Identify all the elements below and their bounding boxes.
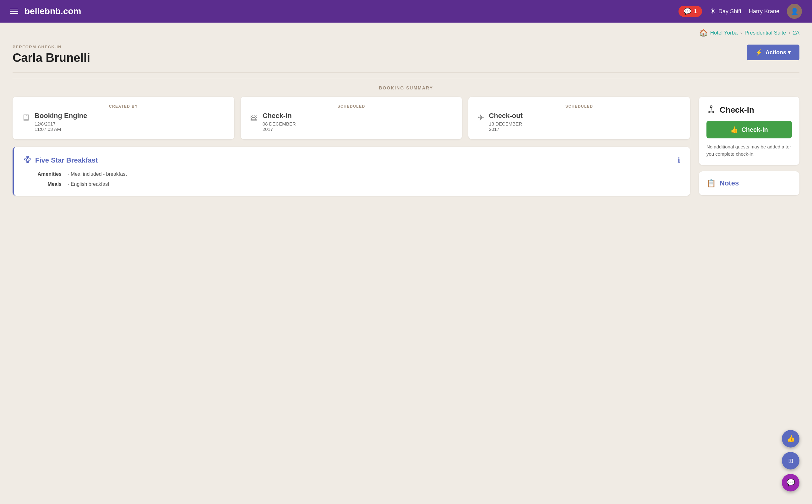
card-year-checkin: 2017 xyxy=(263,126,296,132)
info-icon[interactable]: ℹ xyxy=(678,156,680,164)
notes-title: Notes xyxy=(720,179,739,187)
card-info-checkout: Check-out 13 DECEMBER 2017 xyxy=(489,112,523,132)
checkin-note: No additional guests may be added after … xyxy=(707,143,792,158)
card-title-checkout: Check-out xyxy=(489,112,523,120)
summary-cards: CREATED BY 🖥 Booking Engine 12/8/2017 11… xyxy=(13,97,690,139)
checkin-panel-icon xyxy=(707,104,716,116)
sidebar: Check-In 👍 Check-In No additional guests… xyxy=(699,97,799,196)
actions-button[interactable]: ⚡ Actions ▾ xyxy=(747,45,799,60)
meals-row: Meals · English breakfast xyxy=(24,181,680,187)
notes-icon: 📋 xyxy=(707,179,716,188)
card-label-checkin: SCHEDULED xyxy=(250,104,454,109)
card-title-checkin: Check-in xyxy=(263,112,296,120)
checkout-schedule-icon: ✈ xyxy=(477,112,484,123)
brand-logo: bellebnb.com xyxy=(24,6,81,16)
svg-line-6 xyxy=(28,160,30,161)
booking-engine-icon: 🖥 xyxy=(21,112,30,123)
card-label-created: CREATED BY xyxy=(21,104,226,109)
home-icon[interactable]: 🏠 xyxy=(699,29,708,37)
breadcrumb: 🏠 Hotel Yorba › Presidential Suite › 2A xyxy=(0,23,812,38)
checkin-button[interactable]: 👍 Check-In xyxy=(707,121,792,138)
cards-and-sidebar: CREATED BY 🖥 Booking Engine 12/8/2017 11… xyxy=(13,97,799,196)
meals-value: · English breakfast xyxy=(68,181,109,187)
svg-line-5 xyxy=(25,160,28,161)
shift-label: Day Shift xyxy=(718,8,741,15)
header-right: 💬 1 ☀ Day Shift Harry Krane 👤 xyxy=(679,4,802,19)
card-time-created: 11:07:03 AM xyxy=(35,126,87,132)
card-date-created: 12/8/2017 xyxy=(35,121,87,126)
card-info-checkin: Check-in 08 DECEMBER 2017 xyxy=(263,112,296,132)
card-date-checkout: 13 DECEMBER xyxy=(489,121,523,126)
notification-badge[interactable]: 💬 1 xyxy=(679,6,702,17)
notes-header: 📋 Notes xyxy=(707,179,792,188)
page-title-section: PERFORM CHECK-IN Carla Brunelli xyxy=(13,45,90,65)
meals-label: Meals xyxy=(24,181,62,187)
svg-rect-3 xyxy=(27,161,29,163)
package-network-icon xyxy=(24,156,31,165)
booking-summary-label: BOOKING SUMMARY xyxy=(13,79,799,90)
summary-card-checkout: SCHEDULED ✈ Check-out 13 DECEMBER 2017 xyxy=(468,97,690,139)
svg-point-7 xyxy=(710,106,712,108)
menu-toggle[interactable] xyxy=(10,9,18,14)
shift-toggle[interactable]: ☀ Day Shift xyxy=(710,7,741,15)
card-year-checkout: 2017 xyxy=(489,126,523,132)
breadcrumb-room[interactable]: 2A xyxy=(793,30,799,36)
page-header: PERFORM CHECK-IN Carla Brunelli ⚡ Action… xyxy=(13,45,799,65)
package-header: Five Star Breakfast ℹ xyxy=(24,156,680,165)
package-title-row: Five Star Breakfast xyxy=(24,156,98,165)
checkin-card: Check-In 👍 Check-In No additional guests… xyxy=(699,97,799,165)
notification-count: 1 xyxy=(694,8,697,15)
thumbs-up-icon: 👍 xyxy=(730,126,738,133)
actions-label: Actions ▾ xyxy=(766,49,791,56)
breadcrumb-sep2: › xyxy=(789,30,791,36)
amenities-row: Amenities · Meal included - breakfast xyxy=(24,171,680,177)
header: bellebnb.com 💬 1 ☀ Day Shift Harry Krane… xyxy=(0,0,812,23)
header-left: bellebnb.com xyxy=(10,6,81,16)
card-content-created: 🖥 Booking Engine 12/8/2017 11:07:03 AM xyxy=(21,112,226,132)
package-card: Five Star Breakfast ℹ Amenities · Meal i… xyxy=(13,147,690,196)
checkin-header: Check-In xyxy=(707,104,792,116)
checkin-button-label: Check-In xyxy=(741,126,768,133)
svg-point-9 xyxy=(709,111,714,113)
main-content: PERFORM CHECK-IN Carla Brunelli ⚡ Action… xyxy=(0,38,812,208)
user-name: Harry Krane xyxy=(749,8,779,15)
card-title-created: Booking Engine xyxy=(35,112,87,120)
checkin-schedule-icon: 🛎 xyxy=(250,112,258,123)
card-label-checkout: SCHEDULED xyxy=(477,104,681,109)
page-sublabel: PERFORM CHECK-IN xyxy=(13,45,90,49)
card-date-checkin: 08 DECEMBER xyxy=(263,121,296,126)
shift-icon: ☀ xyxy=(710,7,716,15)
page-title: Carla Brunelli xyxy=(13,51,90,65)
package-title: Five Star Breakfast xyxy=(35,156,98,164)
breadcrumb-hotel[interactable]: Hotel Yorba xyxy=(710,30,738,36)
cards-main: CREATED BY 🖥 Booking Engine 12/8/2017 11… xyxy=(13,97,690,196)
fab-grid-button[interactable]: ⊞ xyxy=(782,452,799,469)
fab-container: 👍 ⊞ 💬 xyxy=(782,430,799,491)
fab-chat-button[interactable]: 💬 xyxy=(782,474,799,491)
summary-card-checkin: SCHEDULED 🛎 Check-in 08 DECEMBER 2017 xyxy=(241,97,462,139)
checkin-panel-title: Check-In xyxy=(720,105,754,115)
breadcrumb-sep1: › xyxy=(740,30,742,36)
svg-rect-2 xyxy=(29,159,31,160)
fab-like-button[interactable]: 👍 xyxy=(782,430,799,448)
notes-card: 📋 Notes xyxy=(699,171,799,195)
avatar[interactable]: 👤 xyxy=(787,4,802,19)
chat-icon: 💬 xyxy=(684,8,691,15)
bolt-icon: ⚡ xyxy=(756,49,762,56)
svg-rect-1 xyxy=(24,159,26,160)
summary-card-created: CREATED BY 🖥 Booking Engine 12/8/2017 11… xyxy=(13,97,234,139)
amenities-label: Amenities xyxy=(24,171,62,177)
card-info-created: Booking Engine 12/8/2017 11:07:03 AM xyxy=(35,112,87,132)
package-details: Amenities · Meal included - breakfast Me… xyxy=(24,171,680,187)
amenities-value: · Meal included - breakfast xyxy=(68,171,127,177)
svg-rect-0 xyxy=(27,156,29,158)
card-content-checkout: ✈ Check-out 13 DECEMBER 2017 xyxy=(477,112,681,132)
card-content-checkin: 🛎 Check-in 08 DECEMBER 2017 xyxy=(250,112,454,132)
breadcrumb-suite[interactable]: Presidential Suite xyxy=(745,30,786,36)
